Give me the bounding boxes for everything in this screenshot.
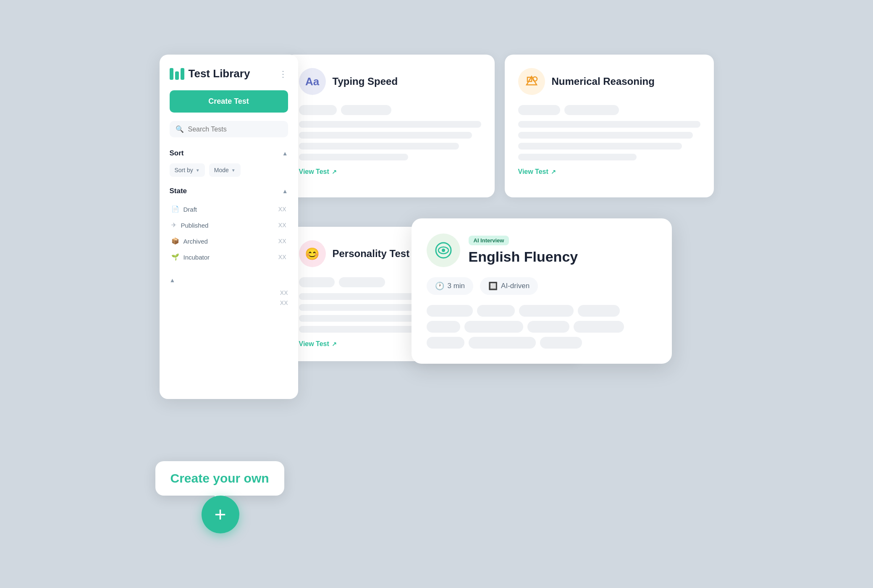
typing-speed-icon: Aa xyxy=(299,68,326,95)
state-incubator-count: XX xyxy=(278,254,286,260)
create-own-bubble: Create your own xyxy=(155,461,284,496)
create-own-label: Create your own xyxy=(170,471,269,485)
ai-duration-pill: 🕐 3 min xyxy=(427,277,474,295)
skeleton-line xyxy=(299,143,459,150)
typing-speed-card: Aa Typing Speed View Test ↗ xyxy=(286,55,495,197)
state-item-incubator-left: 🌱 Incubator xyxy=(171,253,210,261)
more-options-icon[interactable]: ⋮ xyxy=(279,69,288,79)
eye-icon xyxy=(434,241,453,260)
typing-speed-title: Typing Speed xyxy=(333,76,398,87)
skeleton-tag xyxy=(339,277,385,287)
ai-type-label: AI-driven xyxy=(501,282,530,290)
view-test-label: View Test xyxy=(299,340,329,348)
ai-meta: 🕐 3 min 🔲 AI-driven xyxy=(427,277,657,295)
logo-bar-2 xyxy=(175,71,179,80)
typing-speed-view-test-link[interactable]: View Test ↗ xyxy=(299,168,481,176)
external-link-icon: ↗ xyxy=(551,168,556,175)
sidebar-logo: Test Library xyxy=(170,67,250,80)
state-section-header: State ▲ xyxy=(170,187,288,195)
sort-title: Sort xyxy=(170,149,184,158)
ai-interview-card: AI Interview English Fluency 🕐 3 min 🔲 A… xyxy=(412,218,672,364)
sidebar-title: Test Library xyxy=(189,67,250,80)
state-item-draft-left: 📄 Draft xyxy=(171,205,197,213)
state-draft-count: XX xyxy=(278,206,286,213)
logo-bar-1 xyxy=(170,68,173,80)
skeleton-tag xyxy=(518,105,560,115)
state-incubator-label: Incubator xyxy=(184,254,210,261)
typing-speed-card-header: Aa Typing Speed xyxy=(299,68,481,95)
state-item-archived[interactable]: 📦 Archived XX xyxy=(170,233,288,249)
draft-icon: 📄 xyxy=(171,205,179,213)
numerical-reasoning-card-header: Numerical Reasoning xyxy=(518,68,700,95)
ai-skel xyxy=(427,321,460,333)
external-link-icon: ↗ xyxy=(332,341,337,347)
skeleton-line xyxy=(518,121,700,128)
state-list: 📄 Draft XX ✈ Published XX 📦 Archived XX xyxy=(170,201,288,265)
numerical-icon-svg xyxy=(525,75,538,88)
numerical-reasoning-title: Numerical Reasoning xyxy=(552,76,655,87)
create-test-button[interactable]: Create Test xyxy=(170,90,288,113)
state-draft-label: Draft xyxy=(184,206,197,213)
state-archived-label: Archived xyxy=(184,238,208,245)
logo-icon xyxy=(170,68,184,80)
logo-bar-3 xyxy=(181,68,184,80)
ai-card-icon xyxy=(427,234,460,267)
search-icon: 🔍 xyxy=(176,125,184,133)
state-item-published-left: ✈ Published xyxy=(171,221,209,229)
personality-icon: 😊 xyxy=(299,240,326,267)
mode-label: Mode xyxy=(214,167,229,173)
sort-by-dropdown[interactable]: Sort by ▼ xyxy=(170,163,205,177)
state-archived-count: XX xyxy=(278,238,286,244)
sort-chevron-icon[interactable]: ▲ xyxy=(282,150,288,157)
ai-card-header: AI Interview English Fluency xyxy=(427,234,657,267)
mode-dropdown[interactable]: Mode ▼ xyxy=(209,163,241,177)
mode-caret-icon: ▼ xyxy=(231,168,236,173)
sort-section-header: Sort ▲ xyxy=(170,149,288,158)
sort-row: Sort by ▼ Mode ▼ xyxy=(170,163,288,177)
extra-count-1: XX xyxy=(280,289,288,296)
sort-by-label: Sort by xyxy=(175,167,193,173)
skeleton-line xyxy=(518,154,637,160)
view-test-label: View Test xyxy=(299,168,329,176)
sidebar-header: Test Library ⋮ xyxy=(170,67,288,80)
ai-skel xyxy=(578,305,620,317)
extra-section-header: ▲ xyxy=(170,277,288,284)
ai-skel xyxy=(540,337,582,349)
skeleton-tag xyxy=(564,105,619,115)
state-item-published[interactable]: ✈ Published XX xyxy=(170,217,288,233)
ai-type-pill: 🔲 AI-driven xyxy=(480,277,538,295)
state-item-draft[interactable]: 📄 Draft XX xyxy=(170,201,288,217)
incubator-icon: 🌱 xyxy=(171,253,179,261)
skeleton-line xyxy=(518,143,682,150)
skeleton-line xyxy=(299,121,481,128)
ai-skel xyxy=(527,321,569,333)
ai-card-title-wrap: AI Interview English Fluency xyxy=(469,236,578,265)
ai-duration-label: 3 min xyxy=(448,282,465,290)
cards-grid: Aa Typing Speed View Test ↗ xyxy=(286,55,714,197)
sort-by-caret-icon: ▼ xyxy=(196,168,200,173)
state-chevron-icon[interactable]: ▲ xyxy=(282,188,288,194)
chip-icon: 🔲 xyxy=(488,281,498,291)
archived-icon: 📦 xyxy=(171,237,179,245)
state-item-incubator[interactable]: 🌱 Incubator XX xyxy=(170,249,288,265)
fab-create-button[interactable]: + xyxy=(202,496,239,533)
ai-skel xyxy=(574,321,624,333)
numerical-tags xyxy=(518,105,700,115)
numerical-reasoning-icon xyxy=(518,68,545,95)
svg-point-5 xyxy=(442,249,445,252)
typing-icon-symbol: Aa xyxy=(305,75,319,88)
extra-chevron-icon[interactable]: ▲ xyxy=(170,277,176,284)
ai-skel xyxy=(427,337,464,349)
extra-count-2: XX xyxy=(280,299,288,306)
typing-speed-tags xyxy=(299,105,481,115)
skeleton-tag xyxy=(299,105,337,115)
personality-icon-symbol: 😊 xyxy=(305,247,320,261)
state-title: State xyxy=(170,187,187,195)
numerical-view-test-link[interactable]: View Test ↗ xyxy=(518,168,700,176)
sidebar: Test Library ⋮ Create Test 🔍 Sort ▲ Sort… xyxy=(160,55,298,399)
search-input[interactable] xyxy=(188,126,282,133)
skeleton-line xyxy=(518,132,693,139)
skeleton-line xyxy=(299,154,408,160)
external-link-icon: ↗ xyxy=(332,168,337,175)
skeleton-tag xyxy=(341,105,391,115)
